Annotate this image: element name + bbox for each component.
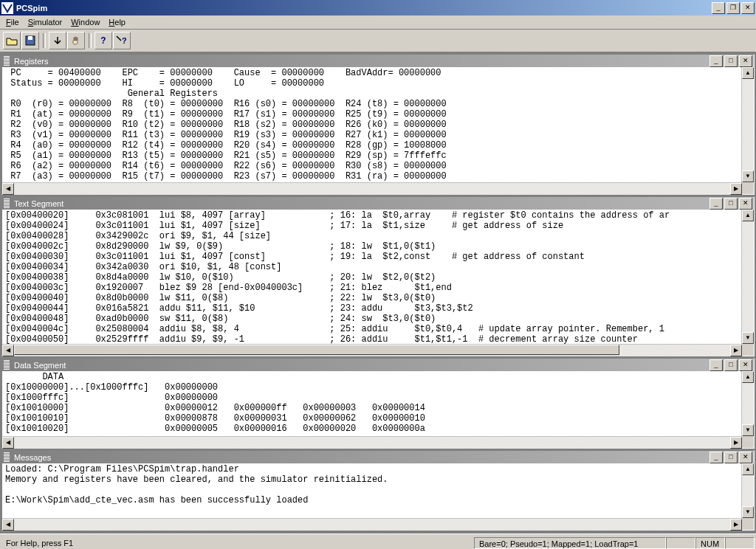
panel-minimize-button[interactable]: _ <box>709 359 723 371</box>
scroll-track[interactable] <box>742 79 754 170</box>
step-button[interactable] <box>67 32 85 49</box>
status-cap <box>666 537 695 549</box>
panel-maximize-button[interactable]: □ <box>724 55 738 67</box>
grip-icon <box>4 360 10 370</box>
scroll-right-button[interactable]: ▶ <box>730 437 742 449</box>
svg-text:?: ? <box>122 36 127 45</box>
run-button[interactable] <box>49 32 66 49</box>
grip-icon <box>4 56 10 66</box>
registers-titlebar[interactable]: Registers _ □ ✕ <box>2 55 754 67</box>
svg-rect-2 <box>28 36 32 40</box>
grip-icon <box>4 198 10 209</box>
scroll-track[interactable] <box>14 183 730 195</box>
panel-minimize-button[interactable]: _ <box>709 452 723 463</box>
scroll-up-button[interactable]: ▲ <box>742 67 754 79</box>
panel-maximize-button[interactable]: □ <box>724 452 738 463</box>
statusbar: For Help, press F1 Bare=0; Pseudo=1; Map… <box>0 534 756 549</box>
horizontal-scrollbar[interactable]: ◀ ▶ <box>2 182 742 195</box>
panel-title: Text Segment <box>13 199 709 208</box>
scroll-corner <box>742 518 754 530</box>
scroll-thumb[interactable] <box>14 345 619 355</box>
context-help-button[interactable]: ? <box>113 32 131 49</box>
scroll-right-button[interactable]: ▶ <box>730 345 742 356</box>
vertical-scrollbar[interactable]: ▲ ▼ <box>741 463 754 518</box>
window-title: PCSpim <box>16 4 712 13</box>
messages-content: Loaded: C:\Program Files\PCSpim\trap.han… <box>2 463 742 506</box>
toolbar-separator <box>89 33 92 48</box>
messages-titlebar[interactable]: Messages _ □ ✕ <box>2 451 754 463</box>
messages-panel: Messages _ □ ✕ Loaded: C:\Program Files\… <box>1 450 755 531</box>
minimize-button[interactable]: _ <box>712 2 725 14</box>
scroll-track[interactable] <box>14 519 730 531</box>
panel-title: Registers <box>13 57 709 66</box>
hand-icon <box>71 35 81 46</box>
vertical-scrollbar[interactable]: ▲ ▼ <box>741 210 754 344</box>
panel-title: Messages <box>13 453 709 462</box>
grip-icon <box>4 452 10 463</box>
scroll-up-button[interactable]: ▲ <box>742 463 754 475</box>
data-segment-titlebar[interactable]: Data Segment _ □ ✕ <box>2 359 754 371</box>
status-num: NUM <box>695 537 725 549</box>
horizontal-scrollbar[interactable]: ◀ ▶ <box>2 344 742 356</box>
panel-close-button[interactable]: ✕ <box>739 452 752 463</box>
scroll-down-button[interactable]: ▼ <box>742 506 754 518</box>
scroll-down-button[interactable]: ▼ <box>742 424 754 436</box>
panel-close-button[interactable]: ✕ <box>739 55 752 67</box>
scroll-left-button[interactable]: ◀ <box>2 345 14 356</box>
text-segment-titlebar[interactable]: Text Segment _ □ ✕ <box>2 197 754 210</box>
context-help-icon: ? <box>116 35 128 46</box>
menu-window[interactable]: Window <box>66 16 104 28</box>
close-button[interactable]: ✕ <box>741 2 755 14</box>
scroll-up-button[interactable]: ▲ <box>742 371 754 383</box>
panel-title: Data Segment <box>13 361 709 370</box>
save-icon <box>25 35 35 46</box>
scroll-left-button[interactable]: ◀ <box>2 437 14 449</box>
data-segment-content: DATA [0x10000000]...[0x1000fffc] 0x00000… <box>2 371 742 435</box>
open-icon <box>6 35 18 46</box>
panel-minimize-button[interactable]: _ <box>709 198 723 210</box>
menubar: File Simulator Window Help <box>0 15 756 30</box>
window-titlebar: PCSpim _ ❐ ✕ <box>0 0 756 15</box>
scroll-left-button[interactable]: ◀ <box>2 183 14 195</box>
scroll-right-button[interactable]: ▶ <box>730 183 742 195</box>
scroll-left-button[interactable]: ◀ <box>2 519 14 531</box>
panel-maximize-button[interactable]: □ <box>724 198 738 210</box>
registers-content: PC = 00400000 EPC = 00000000 Cause = 000… <box>2 67 742 182</box>
toolbar: ? ? <box>0 30 756 52</box>
vertical-scrollbar[interactable]: ▲ ▼ <box>741 371 754 436</box>
help-button[interactable]: ? <box>94 32 112 49</box>
status-hint: For Help, press F1 <box>1 537 474 549</box>
panel-maximize-button[interactable]: □ <box>724 359 738 371</box>
scroll-track[interactable] <box>619 345 730 356</box>
open-button[interactable] <box>3 32 21 49</box>
panel-minimize-button[interactable]: _ <box>709 55 723 67</box>
status-scrl <box>725 537 755 549</box>
scroll-corner <box>742 436 754 448</box>
status-mode: Bare=0; Pseudo=1; Mapped=1; LoadTrap=1 <box>474 537 666 549</box>
scroll-track[interactable] <box>742 221 754 332</box>
scroll-down-button[interactable]: ▼ <box>742 332 754 344</box>
question-icon: ? <box>100 35 106 46</box>
scroll-track[interactable] <box>742 383 754 424</box>
app-icon <box>1 2 13 14</box>
registers-panel: Registers _ □ ✕ PC = 00400000 EPC = 0000… <box>1 54 755 195</box>
scroll-track[interactable] <box>742 475 754 506</box>
scroll-corner <box>742 344 754 356</box>
maximize-button[interactable]: ❐ <box>726 2 740 14</box>
menu-simulator[interactable]: Simulator <box>24 16 66 28</box>
vertical-scrollbar[interactable]: ▲ ▼ <box>741 67 754 182</box>
toolbar-separator <box>43 33 46 48</box>
panel-close-button[interactable]: ✕ <box>739 359 752 371</box>
scroll-track[interactable] <box>14 437 730 449</box>
scroll-up-button[interactable]: ▲ <box>742 210 754 221</box>
panel-close-button[interactable]: ✕ <box>739 198 752 210</box>
scroll-down-button[interactable]: ▼ <box>742 170 754 182</box>
horizontal-scrollbar[interactable]: ◀ ▶ <box>2 518 742 531</box>
text-segment-panel: Text Segment _ □ ✕ [0x00400020] 0x3c0810… <box>1 196 755 356</box>
menu-help[interactable]: Help <box>104 16 130 28</box>
menu-file[interactable]: File <box>1 16 24 28</box>
horizontal-scrollbar[interactable]: ◀ ▶ <box>2 436 742 449</box>
scroll-corner <box>742 182 754 194</box>
save-button[interactable] <box>21 32 39 49</box>
scroll-right-button[interactable]: ▶ <box>730 519 742 531</box>
